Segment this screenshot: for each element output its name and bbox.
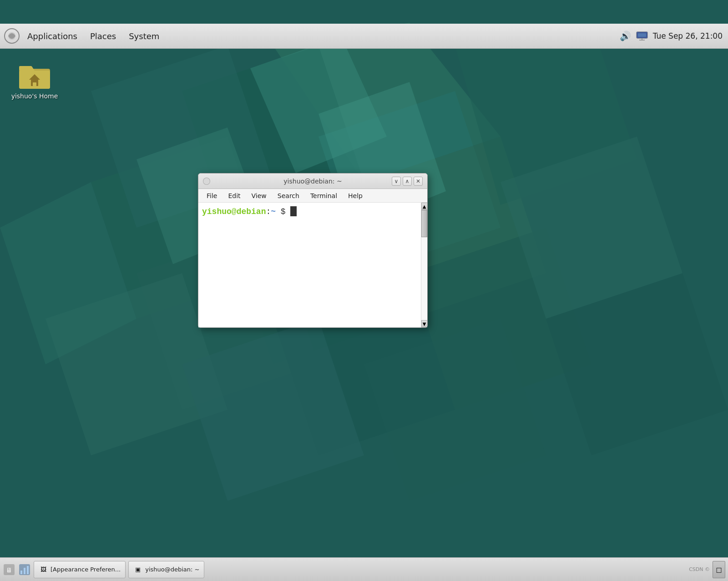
bottom-taskbar: 🖥 🖼 [Appearance Preferen... ▣ yishuo@deb… bbox=[0, 557, 728, 581]
taskbar-right: CSDN ©️ □ bbox=[689, 561, 725, 578]
volume-icon[interactable]: 🔊 bbox=[620, 31, 631, 41]
prompt-colon: : bbox=[266, 207, 271, 216]
terminal-close-btn[interactable] bbox=[203, 178, 210, 185]
panel-left: Applications Places System bbox=[0, 28, 165, 44]
taskbar-item-terminal-label: yishuo@debian: ~ bbox=[145, 566, 199, 573]
terminal-taskbar-icon: ▣ bbox=[133, 565, 142, 574]
svg-rect-38 bbox=[27, 566, 29, 574]
terminal-window: yishuo@debian: ~ ∨ ∧ ✕ File Edit View Se… bbox=[198, 173, 428, 328]
prompt-dollar: $ bbox=[276, 207, 290, 216]
home-folder-label: yishuo's Home bbox=[11, 92, 58, 100]
network-icon bbox=[636, 31, 648, 41]
svg-text:🖥: 🖥 bbox=[6, 566, 12, 574]
terminal-menu-terminal[interactable]: Terminal bbox=[306, 191, 342, 201]
scrollbar-track bbox=[421, 210, 427, 320]
terminal-scroll-up-btn[interactable]: ∧ bbox=[403, 177, 412, 186]
taskbar-item-terminal[interactable]: ▣ yishuo@debian: ~ bbox=[128, 561, 204, 578]
terminal-window-controls: ∨ ∧ ✕ bbox=[392, 177, 423, 186]
watermark-text: CSDN ©️ bbox=[689, 566, 710, 572]
scrollbar-up-btn[interactable]: ▲ bbox=[421, 203, 428, 210]
terminal-cursor bbox=[290, 206, 297, 216]
taskbar-corner-btn[interactable]: □ bbox=[713, 561, 725, 578]
taskbar-item-appearance[interactable]: 🖼 [Appearance Preferen... bbox=[34, 561, 126, 578]
folder-svg bbox=[18, 62, 51, 90]
terminal-scrollbar[interactable]: ▲ ▼ bbox=[421, 203, 427, 327]
terminal-window-close-btn[interactable]: ✕ bbox=[414, 177, 423, 186]
terminal-title-text: yishuo@debian: ~ bbox=[283, 178, 342, 185]
taskbar-system-icon: 🖥 bbox=[3, 563, 15, 576]
scrollbar-down-btn[interactable]: ▼ bbox=[421, 320, 428, 327]
terminal-menu-edit[interactable]: Edit bbox=[223, 191, 245, 201]
svg-rect-32 bbox=[33, 82, 36, 86]
svg-rect-37 bbox=[24, 568, 25, 574]
terminal-menu-view[interactable]: View bbox=[247, 191, 271, 201]
taskbar-item-appearance-label: [Appearance Preferen... bbox=[51, 566, 121, 573]
gnome-logo-icon bbox=[4, 28, 20, 44]
prompt-host: debian bbox=[237, 207, 266, 216]
taskbar-chart-icon bbox=[18, 563, 31, 576]
panel-system[interactable]: System bbox=[123, 29, 165, 44]
terminal-menubar: File Edit View Search Terminal Help bbox=[198, 189, 427, 203]
prompt-at: @ bbox=[232, 207, 237, 216]
terminal-titlebar: yishuo@debian: ~ ∨ ∧ ✕ bbox=[198, 173, 427, 189]
panel-places[interactable]: Places bbox=[85, 29, 121, 44]
svg-rect-25 bbox=[638, 33, 646, 37]
prompt-user: yishuo bbox=[202, 207, 232, 216]
desktop-icons-area: yishuo's Home bbox=[0, 52, 69, 110]
terminal-content-area[interactable]: yishuo@debian:~ $ bbox=[198, 203, 421, 327]
panel-right: 🔊 Tue Sep 26, 21:00 bbox=[620, 31, 728, 41]
terminal-menu-file[interactable]: File bbox=[202, 191, 222, 201]
svg-rect-36 bbox=[20, 571, 22, 574]
prompt-tilde: ~ bbox=[271, 207, 276, 216]
appearance-icon: 🖼 bbox=[39, 565, 48, 574]
panel-clock: Tue Sep 26, 21:00 bbox=[653, 31, 723, 41]
panel-applications[interactable]: Applications bbox=[22, 29, 83, 44]
scrollbar-thumb[interactable] bbox=[421, 210, 427, 237]
home-folder-icon[interactable]: yishuo's Home bbox=[7, 60, 62, 102]
terminal-prompt-line: yishuo@debian:~ $ bbox=[202, 206, 297, 216]
terminal-scroll-down-btn[interactable]: ∨ bbox=[392, 177, 401, 186]
terminal-body: yishuo@debian:~ $ ▲ ▼ bbox=[198, 203, 427, 327]
terminal-menu-help[interactable]: Help bbox=[344, 191, 367, 201]
top-panel: Applications Places System 🔊 Tue Sep 26,… bbox=[0, 24, 728, 49]
terminal-menu-search[interactable]: Search bbox=[273, 191, 304, 201]
